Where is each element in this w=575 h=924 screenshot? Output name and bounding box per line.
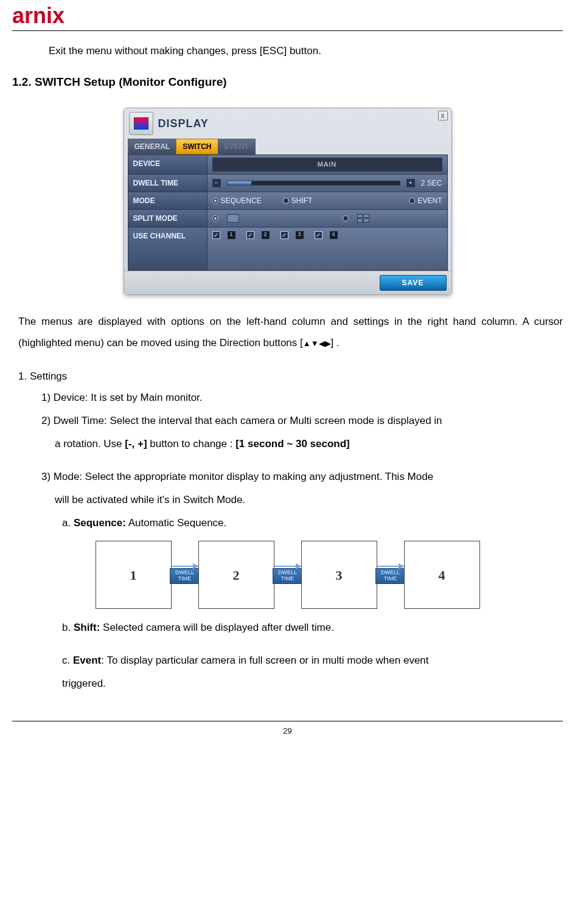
checkbox-ch3[interactable]: ✓ bbox=[281, 231, 288, 239]
seq-arrow-1: DWELLTIME bbox=[172, 566, 198, 584]
label-dwell-time: DWELL TIME bbox=[128, 175, 207, 192]
monitor-icon bbox=[129, 112, 153, 135]
list-mode-line2: will be activated while it's in Switch M… bbox=[55, 490, 563, 510]
tab-switch[interactable]: SWITCH bbox=[176, 139, 218, 155]
ch3-num: 3 bbox=[296, 231, 304, 239]
radio-sequence[interactable] bbox=[212, 198, 218, 204]
list-device: 1) Device: It is set by Main monitor. bbox=[41, 387, 563, 408]
list-shift: b. Shift: Selected camera will be displa… bbox=[62, 617, 563, 638]
radio-split-single[interactable] bbox=[212, 215, 218, 221]
radio-event[interactable] bbox=[409, 198, 415, 204]
tab-event[interactable]: EVENT bbox=[218, 139, 256, 155]
dwell-value: 2 SEC bbox=[421, 178, 442, 189]
device-dropdown[interactable]: MAIN bbox=[212, 158, 442, 172]
radio-shift[interactable] bbox=[283, 198, 289, 204]
label-device: DEVICE bbox=[128, 155, 207, 174]
list-dwell-line2: a rotation. Use [-, +] button to change … bbox=[55, 434, 563, 454]
label-use-channel: USE CHANNEL bbox=[128, 228, 207, 270]
seq-screen-4: 4 bbox=[404, 541, 480, 609]
footer-rule bbox=[12, 721, 563, 721]
label-split-mode: SPLIT MODE bbox=[128, 210, 207, 227]
list-mode-line1: 3) Mode: Select the appropriate monitor … bbox=[41, 467, 563, 487]
up-arrow-icon: ▲ bbox=[303, 335, 311, 352]
list-settings: 1. Settings bbox=[18, 369, 563, 384]
radio-event-label: EVENT bbox=[417, 196, 442, 205]
close-icon[interactable]: x bbox=[438, 111, 448, 120]
seq-screen-1: 1 bbox=[96, 541, 172, 609]
save-button[interactable]: SAVE bbox=[380, 275, 447, 291]
page-number: 29 bbox=[12, 725, 563, 737]
split-quad-icon bbox=[357, 214, 369, 223]
list-event-line2: triggered. bbox=[62, 673, 563, 694]
radio-shift-label: SHIFT bbox=[291, 196, 313, 205]
brand-logo: arnix bbox=[12, 0, 563, 28]
ch2-num: 2 bbox=[262, 231, 270, 239]
down-arrow-icon: ▼ bbox=[311, 335, 319, 352]
radio-split-quad[interactable] bbox=[343, 215, 349, 221]
split-single-icon bbox=[227, 214, 239, 223]
list-event-line1: c. Event: To display particular camera i… bbox=[62, 650, 563, 671]
section-heading: 1.2. SWITCH Setup (Monitor Configure) bbox=[12, 74, 563, 91]
logo-text-svg: arnix bbox=[12, 4, 64, 28]
radio-sequence-label: SEQUENCE bbox=[221, 196, 262, 205]
checkbox-ch2[interactable]: ✓ bbox=[246, 231, 254, 239]
description-paragraph: The menus are displayed with options on … bbox=[18, 311, 563, 354]
header-rule bbox=[12, 30, 563, 31]
seq-screen-2: 2 bbox=[198, 541, 274, 609]
display-settings-panel: DISPLAY x GENERAL SWITCH EVENT DEVICE MA… bbox=[124, 108, 452, 295]
right-arrow-icon: ▶ bbox=[325, 335, 331, 352]
ch1-num: 1 bbox=[228, 231, 235, 239]
panel-title: DISPLAY bbox=[158, 116, 209, 132]
seq-arrow-2: DWELLTIME bbox=[274, 566, 301, 584]
ch4-num: 4 bbox=[330, 231, 338, 239]
tab-general[interactable]: GENERAL bbox=[128, 139, 177, 155]
dwell-minus-button[interactable]: − bbox=[212, 179, 221, 187]
list-sequence: a. Sequence: Automatic Sequence. bbox=[62, 513, 563, 533]
checkbox-ch1[interactable]: ✓ bbox=[212, 231, 220, 239]
checkbox-ch4[interactable]: ✓ bbox=[315, 231, 322, 239]
dwell-time-slider[interactable] bbox=[227, 181, 400, 186]
left-arrow-icon: ◀ bbox=[319, 335, 325, 352]
seq-screen-3: 3 bbox=[301, 541, 377, 609]
sequence-diagram: 1 DWELLTIME 2 DWELLTIME 3 DWELLTIME 4 bbox=[96, 541, 480, 609]
list-dwell-line1: 2) Dwell Time: Select the interval that … bbox=[41, 411, 563, 431]
label-mode: MODE bbox=[128, 192, 207, 209]
direction-icons: ▲▼◀▶ bbox=[303, 335, 331, 352]
dwell-plus-button[interactable]: + bbox=[406, 179, 415, 187]
intro-text: Exit the menu without making changes, pr… bbox=[49, 43, 563, 59]
seq-arrow-3: DWELLTIME bbox=[377, 566, 404, 584]
